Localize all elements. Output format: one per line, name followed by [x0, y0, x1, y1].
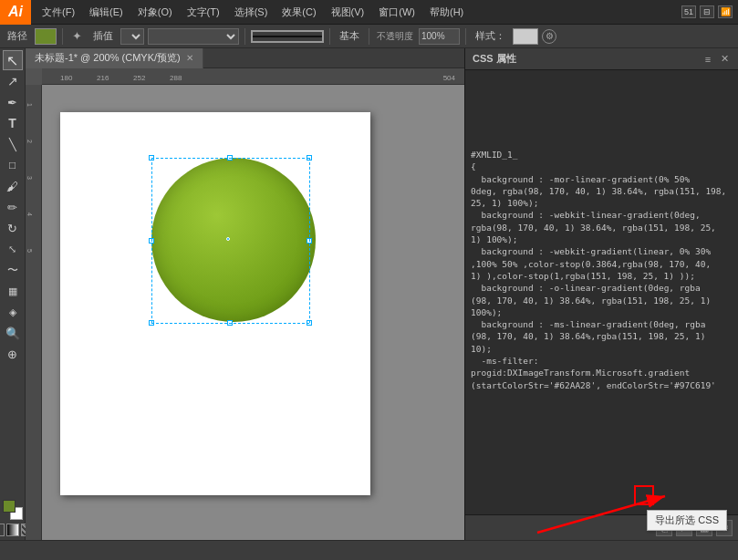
- menu-file[interactable]: 文件(F): [35, 2, 82, 23]
- ruler-top: 180 216 252 288 504: [42, 68, 464, 85]
- settings-panel-btn[interactable]: ⚙: [716, 520, 733, 536]
- scale-tool[interactable]: ⤡: [3, 239, 23, 259]
- selection-tool[interactable]: ↖: [3, 50, 23, 70]
- menu-view[interactable]: 视图(V): [324, 2, 372, 23]
- toolbar-divider-5: [465, 28, 466, 45]
- shape-tool[interactable]: □: [3, 155, 23, 175]
- style-box[interactable]: [513, 28, 538, 45]
- insert-label: 插值: [89, 29, 117, 43]
- panel-close-icon[interactable]: ✕: [718, 53, 731, 66]
- css-panel-header: CSS 属性 ≡ ✕: [465, 48, 738, 70]
- toolbox: ↖ ↗ ✒ T ╲ □ 🖌 ✏ ↻ ⤡ 〜 ▦: [0, 48, 26, 540]
- type-tool[interactable]: T: [3, 113, 23, 133]
- toolbar-color[interactable]: [35, 28, 57, 45]
- toolbar-divider-2: [244, 28, 245, 45]
- panel-menu-icon[interactable]: ≡: [702, 53, 714, 66]
- fg-bg-colors[interactable]: [3, 500, 23, 520]
- pencil-tool[interactable]: ✏: [3, 197, 23, 217]
- toolbar-divider-1: [62, 28, 63, 45]
- eyedropper-tool[interactable]: 🔍: [3, 323, 23, 343]
- menu-text[interactable]: 文字(T): [180, 2, 227, 23]
- opacity-label: 不透明度: [375, 30, 415, 43]
- menu-effect[interactable]: 效果(C): [275, 2, 323, 23]
- blend-tool[interactable]: ◈: [3, 302, 23, 322]
- insert-select[interactable]: [120, 28, 144, 45]
- select-btn[interactable]: ▦: [696, 520, 712, 536]
- line-tool[interactable]: ╲: [3, 134, 23, 154]
- center-point: [226, 237, 230, 241]
- export-css-btn[interactable]: ↗: [676, 520, 692, 536]
- paintbrush-tool[interactable]: 🖌: [3, 176, 23, 196]
- canvas-with-ruler: 180 216 252 288 504 1 2 3 4 5: [26, 68, 464, 540]
- css-panel-empty-area: [465, 70, 738, 143]
- bbox-left: [151, 158, 152, 323]
- css-code-content: #XMLID_1_ { background : -mor-linear-gra…: [471, 149, 733, 391]
- title-controls: 51 ⊟ 📶: [681, 5, 738, 18]
- opacity-input[interactable]: [419, 28, 460, 45]
- tab-bar: 未标题-1* @ 200% (CMYK/预览) ✕: [26, 48, 464, 68]
- graph-tool[interactable]: ▦: [3, 281, 23, 301]
- bbox-right: [309, 158, 310, 323]
- pen-tool[interactable]: ✒: [3, 92, 23, 112]
- css-code-area[interactable]: #XMLID_1_ { background : -mor-linear-gra…: [465, 143, 738, 514]
- ruler-left: 1 2 3 4 5: [26, 85, 42, 540]
- document-tab[interactable]: 未标题-1* @ 200% (CMYK/预览) ✕: [26, 48, 203, 68]
- minimize-btn[interactable]: 51: [681, 5, 696, 18]
- menu-select[interactable]: 选择(S): [227, 2, 275, 23]
- arrange-btn[interactable]: ⊟: [700, 5, 714, 18]
- settings-icon[interactable]: ⚙: [542, 29, 556, 44]
- menu-bar: 文件(F) 编辑(E) 对象(O) 文字(T) 选择(S) 效果(C) 视图(V…: [31, 0, 681, 24]
- menu-window[interactable]: 窗口(W): [371, 2, 422, 23]
- css-panel-footer: ⎘ ↗ ▦ ⚙: [465, 514, 738, 540]
- main-workspace: ↖ ↗ ✒ T ╲ □ 🖌 ✏ ↻ ⤡ 〜 ▦: [0, 48, 738, 540]
- direct-select-tool[interactable]: ↗: [3, 71, 23, 91]
- menu-object[interactable]: 对象(O): [130, 2, 180, 23]
- wifi-icon: 📶: [718, 5, 733, 18]
- warp-tool[interactable]: 〜: [3, 260, 23, 280]
- foreground-color[interactable]: [3, 500, 16, 513]
- css-panel: CSS 属性 ≡ ✕ #XMLID_1_ { background : -mor…: [464, 48, 738, 540]
- canvas-area: 未标题-1* @ 200% (CMYK/预览) ✕ 180 216 252 28…: [26, 48, 464, 540]
- gradient-btn[interactable]: [6, 524, 19, 536]
- brush-select[interactable]: [148, 28, 239, 45]
- menu-help[interactable]: 帮助(H): [422, 2, 471, 23]
- tab-close-btn[interactable]: ✕: [186, 53, 193, 63]
- canvas-scroll[interactable]: [42, 85, 464, 540]
- stroke-display: [251, 30, 324, 43]
- status-bar: [0, 540, 738, 560]
- css-panel-title: CSS 属性: [473, 52, 516, 66]
- app-logo: Ai: [0, 0, 31, 25]
- bbox-bottom: [151, 323, 309, 324]
- toolbar-divider-4: [369, 28, 369, 45]
- path-label: 路径: [4, 29, 31, 43]
- stroke-label: 基本: [336, 29, 363, 43]
- toolbar: 路径 ✦ 插值 基本 不透明度 样式： ⚙: [0, 25, 738, 48]
- menu-edit[interactable]: 编辑(E): [82, 2, 130, 23]
- insert-icon: ✦: [68, 29, 86, 43]
- bbox-top: [151, 158, 309, 159]
- toolbar-divider-3: [329, 28, 330, 45]
- canvas-inner: [42, 85, 464, 540]
- css-panel-controls: ≡ ✕: [702, 53, 731, 66]
- zoom-tool[interactable]: ⊕: [3, 344, 23, 364]
- green-circle[interactable]: [151, 158, 316, 322]
- canvas-document: [60, 112, 370, 495]
- title-bar: Ai 文件(F) 编辑(E) 对象(O) 文字(T) 选择(S) 效果(C) 视…: [0, 0, 738, 25]
- style-label: 样式：: [472, 29, 509, 43]
- copy-css-btn[interactable]: ⎘: [656, 520, 672, 536]
- tab-title: 未标题-1* @ 200% (CMYK/预览): [35, 51, 181, 65]
- color-btn[interactable]: ■: [0, 524, 5, 536]
- rotate-tool[interactable]: ↻: [3, 218, 23, 238]
